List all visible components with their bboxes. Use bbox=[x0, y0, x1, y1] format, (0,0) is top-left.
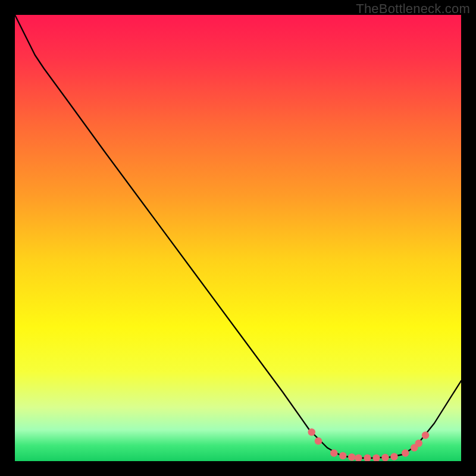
curve-marker bbox=[339, 452, 346, 459]
chart-stage: TheBottleneck.com bbox=[0, 0, 476, 476]
curve-marker bbox=[348, 453, 355, 461]
curve-marker bbox=[381, 454, 389, 461]
curve-marker bbox=[390, 453, 397, 460]
curve-marker bbox=[422, 431, 429, 439]
curve-marker bbox=[315, 437, 322, 444]
curve-marker bbox=[308, 428, 315, 436]
gradient-bg bbox=[15, 15, 461, 461]
bottleneck-chart bbox=[15, 15, 461, 461]
curve-marker bbox=[330, 449, 337, 456]
curve-marker bbox=[402, 449, 409, 456]
plot-area bbox=[15, 15, 461, 461]
curve-marker bbox=[415, 440, 422, 447]
